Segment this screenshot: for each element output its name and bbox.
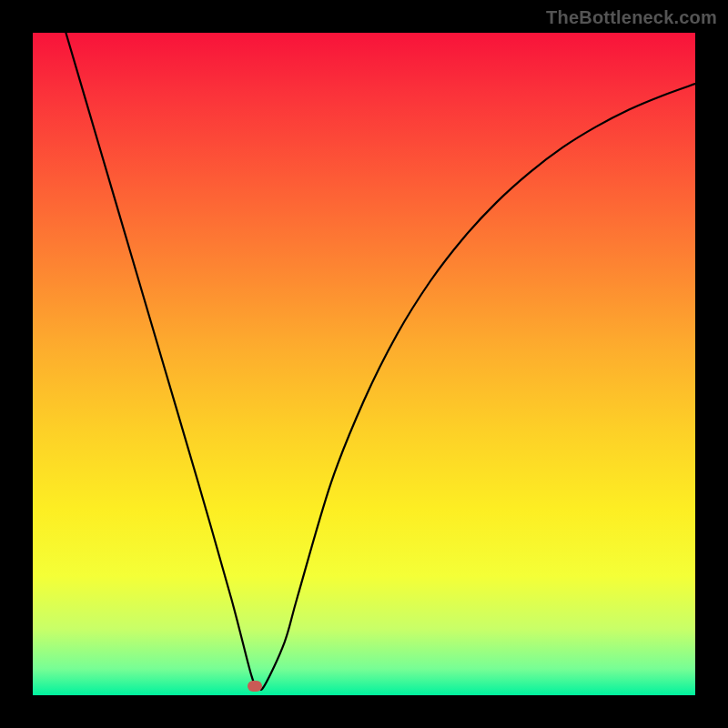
watermark-text: TheBottleneck.com bbox=[546, 7, 717, 28]
plot-area bbox=[33, 33, 695, 695]
bottleneck-curve bbox=[33, 33, 695, 695]
optimal-marker bbox=[248, 681, 262, 692]
chart-frame: TheBottleneck.com bbox=[0, 0, 728, 728]
